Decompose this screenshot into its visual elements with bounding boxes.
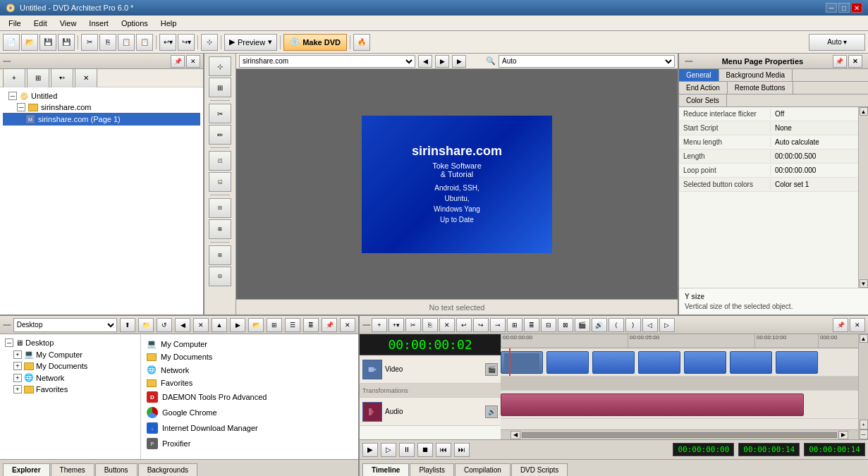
video-clip-7[interactable]: [776, 351, 818, 374]
file-proxifier[interactable]: P Proxifier: [144, 436, 355, 451]
prop-value-3[interactable]: 00:00:00.500: [771, 151, 820, 161]
exp-delete[interactable]: ✕: [193, 318, 209, 332]
menu-options[interactable]: Options: [116, 18, 154, 29]
distribute-v[interactable]: ⊟: [209, 267, 231, 286]
select-tool[interactable]: ⊹: [209, 56, 231, 76]
file-mycomputer[interactable]: 💻 My Computer: [144, 337, 355, 350]
exp-view2[interactable]: ☰: [285, 318, 300, 332]
vscroll-up[interactable]: ▲: [860, 334, 868, 343]
align-tc[interactable]: ◱: [209, 172, 231, 192]
video-clip-4[interactable]: [638, 351, 680, 374]
scroll-down[interactable]: ▼: [860, 279, 868, 288]
expand-mydocs[interactable]: +: [13, 362, 22, 370]
tree-favorites[interactable]: + Favorites: [3, 384, 137, 395]
tab-explorer[interactable]: Explorer: [3, 463, 50, 476]
zoom-select[interactable]: Auto: [499, 55, 675, 68]
tree-desktop[interactable]: ─ 🖥 Desktop: [3, 337, 137, 348]
tl-btn2[interactable]: ≣: [524, 318, 539, 332]
new-button[interactable]: 📄: [3, 34, 20, 51]
exp-new-folder[interactable]: 📁: [138, 318, 154, 332]
tl-btn10[interactable]: ▷: [659, 318, 675, 332]
prop-close[interactable]: ✕: [848, 55, 862, 68]
tab-backgrounds[interactable]: Backgrounds: [138, 463, 197, 476]
panel-pin[interactable]: 📌: [171, 55, 185, 68]
prop-value-2[interactable]: Auto calculate: [771, 137, 824, 147]
tl-tab-compilation[interactable]: Compilation: [455, 463, 511, 476]
transport-pause[interactable]: ⏸: [399, 443, 415, 457]
tl-tab-timeline[interactable]: Timeline: [362, 463, 409, 476]
preview-dropdown[interactable]: ▾: [268, 37, 272, 47]
tl-add2[interactable]: +▾: [389, 318, 404, 332]
nav-back[interactable]: ◀: [418, 55, 432, 68]
tab-background-media[interactable]: Background Media: [719, 69, 793, 81]
maximize-button[interactable]: □: [838, 3, 850, 13]
expand-favorites[interactable]: +: [13, 385, 22, 393]
redo-dropdown[interactable]: ↪▾: [178, 34, 195, 51]
exp-up[interactable]: ▲: [212, 318, 227, 332]
paste2-button[interactable]: 📋: [136, 34, 153, 51]
add-button[interactable]: +: [3, 68, 25, 88]
file-chrome[interactable]: Google Chrome: [144, 405, 355, 420]
exp-back[interactable]: ◀: [175, 318, 190, 332]
tl-btn3[interactable]: ⊟: [541, 318, 556, 332]
tab-end-action[interactable]: End Action: [679, 82, 728, 94]
file-favorites[interactable]: Favorites: [144, 377, 355, 389]
minimize-button[interactable]: ─: [826, 3, 837, 13]
tl-btn9[interactable]: ◁: [642, 318, 658, 332]
tl-fwd[interactable]: ↪: [473, 318, 489, 332]
tl-btn8[interactable]: ⟩: [625, 318, 641, 332]
paste-button[interactable]: 📋: [118, 34, 135, 51]
burn-button[interactable]: 🔥: [353, 34, 370, 51]
open-button[interactable]: 📂: [21, 34, 38, 51]
tree-item-sirin[interactable]: ─ sirinshare.com: [3, 102, 200, 113]
tl-btn7[interactable]: ⟨: [609, 318, 624, 332]
tl-split[interactable]: ⊸: [490, 318, 506, 332]
zoom-out[interactable]: ─: [860, 429, 868, 439]
video-track-ctrl[interactable]: 🎬: [485, 363, 498, 376]
prop-value-0[interactable]: Off: [771, 109, 788, 119]
tree-item-untitled[interactable]: ─ 📀 Untitled: [3, 90, 200, 102]
scroll-right[interactable]: ▶: [838, 431, 848, 439]
transport-prev-frame[interactable]: ⏮: [436, 443, 451, 457]
tl-btn4[interactable]: ⊠: [558, 318, 573, 332]
nav-forward2[interactable]: ▶: [452, 55, 466, 68]
select-button[interactable]: ⊹: [201, 34, 218, 51]
audio-track-ctrl[interactable]: 🔊: [485, 405, 498, 418]
tl-btn1[interactable]: ⊞: [507, 318, 522, 332]
transport-play[interactable]: ▶: [362, 443, 378, 457]
tab-remote-buttons[interactable]: Remote Buttons: [728, 82, 793, 94]
tl-add[interactable]: +: [372, 318, 387, 332]
tree-expand-untitled[interactable]: ─: [8, 92, 17, 100]
distribute-h[interactable]: ⊞: [209, 245, 231, 265]
zoom-in[interactable]: +: [860, 420, 868, 429]
panel-close[interactable]: ✕: [186, 55, 200, 68]
prop-value-4[interactable]: 00:00:00.000: [771, 165, 820, 176]
exp-nav-up[interactable]: ⬆: [120, 318, 135, 332]
tl-btn5[interactable]: 🎬: [575, 318, 590, 332]
align-r[interactable]: ⊠: [209, 219, 231, 239]
save2-button[interactable]: 💾: [58, 34, 75, 51]
props-scrollbar[interactable]: ▲ ▼: [858, 107, 868, 288]
auto-dropdown[interactable]: Auto▾: [809, 34, 865, 51]
transport-next-frame[interactable]: ⏭: [454, 443, 470, 457]
file-mydocs[interactable]: My Documents: [144, 350, 355, 363]
file-idm[interactable]: ↓ Internet Download Manager: [144, 420, 355, 436]
save-button[interactable]: 💾: [39, 34, 56, 51]
delete-button[interactable]: ✕: [75, 68, 97, 88]
exp-refresh[interactable]: ↺: [157, 318, 172, 332]
scroll-up[interactable]: ▲: [860, 107, 868, 116]
preview-url-select[interactable]: sirinshare.com: [239, 55, 415, 68]
tl-copy[interactable]: ⎘: [422, 318, 438, 332]
audio-clip[interactable]: [501, 393, 804, 416]
cut-button[interactable]: ✂: [81, 34, 98, 51]
menu-view[interactable]: View: [54, 18, 82, 29]
menu-help[interactable]: Help: [155, 18, 183, 29]
tab-general[interactable]: General: [679, 69, 719, 81]
tab-buttons[interactable]: Buttons: [95, 463, 137, 476]
transport-play2[interactable]: ▷: [381, 443, 396, 457]
grid-tool[interactable]: ⊞: [209, 78, 231, 97]
close-button[interactable]: ✕: [851, 3, 862, 13]
tl-tab-dvdscripts[interactable]: DVD Scripts: [511, 463, 568, 476]
tree-mycomputer[interactable]: + 💻 My Computer: [3, 348, 137, 360]
exp-open[interactable]: 📂: [248, 318, 264, 332]
